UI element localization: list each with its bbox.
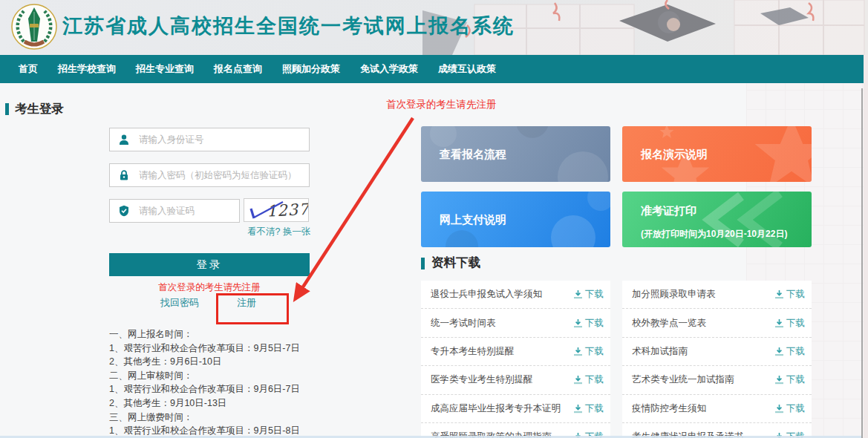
site-logo-emblem-icon: [10, 3, 58, 50]
download-icon: [573, 318, 583, 328]
downloads-section-title: 资料下载: [431, 255, 480, 271]
download-icon: [774, 318, 784, 328]
download-row: 医学类专业考生特别提醒 下载: [421, 366, 610, 394]
id-number-input[interactable]: [137, 134, 309, 146]
notice-line: 2、其他考生：9月6日-10日: [109, 355, 354, 369]
login-section-title: 考生登录: [15, 101, 64, 117]
nav-item-school-query[interactable]: 招生学校查询: [58, 62, 116, 76]
download-row: 疫情防控考生须知 下载: [622, 395, 812, 423]
downloads-left-column: 退役士兵申报免试入学须知 下载 统一考试时间表 下载 专升本考生特别提醒 下载 …: [421, 281, 610, 438]
download-row: 专升本考生特别提醒 下载: [421, 338, 610, 366]
download-icon: [573, 347, 583, 356]
nav-item-score-policy[interactable]: 成绩互认政策: [438, 62, 496, 76]
download-link[interactable]: 下载: [774, 345, 805, 358]
downloads-right-column: 加分照顾录取申请表 下载 校外教学点一览表 下载 术科加试指南 下载 艺术类专业…: [622, 281, 812, 438]
notice-line: 1、艰苦行业和校企合作改革项目：9月6日-7日: [109, 382, 354, 396]
nav-item-home[interactable]: 首页: [19, 62, 38, 76]
captcha-image[interactable]: 1237: [244, 198, 309, 222]
download-row: 统一考试时间表 下载: [421, 309, 610, 337]
scrollbar[interactable]: [861, 88, 863, 438]
panel-admission-ticket-print[interactable]: 准考证打印 (开放打印时间为10月20日-10月22日): [622, 192, 812, 247]
panel-registration-demo[interactable]: 报名演示说明: [622, 126, 812, 182]
nav-item-major-query[interactable]: 招生专业查询: [136, 62, 194, 76]
id-number-field[interactable]: [109, 128, 310, 151]
download-link[interactable]: 下载: [774, 402, 805, 415]
download-row: 术科加试指南 下载: [622, 338, 812, 366]
panel-label: 准考证打印: [641, 204, 696, 218]
download-icon: [573, 290, 583, 299]
forgot-password-link[interactable]: 找回密码: [160, 296, 199, 310]
download-icon: [774, 347, 784, 356]
download-row: 校外教学点一览表 下载: [622, 309, 812, 337]
panel-view-registration-process[interactable]: 查看报名流程: [421, 126, 610, 182]
captcha-refresh-link[interactable]: 看不清? 换一张: [247, 226, 310, 238]
download-icon: [573, 375, 583, 385]
download-link[interactable]: 下载: [573, 402, 604, 415]
nav-item-bonus-policy[interactable]: 照顾加分政策: [282, 62, 340, 76]
password-field[interactable]: [109, 163, 310, 187]
section-bar: [421, 258, 425, 269]
header: 江苏省成人高校招生全国统一考试网上报名系统: [0, 0, 868, 55]
page: 江苏省成人高校招生全国统一考试网上报名系统 首页 招生学校查询 招生专业查询 报…: [0, 0, 868, 438]
download-link[interactable]: 下载: [774, 317, 805, 330]
download-link[interactable]: 下载: [774, 373, 805, 386]
download-link[interactable]: 下载: [774, 288, 805, 301]
first-login-annotation: 首次登录的考生请先注册: [386, 98, 497, 111]
password-input[interactable]: [137, 169, 309, 181]
shield-check-icon: [118, 205, 130, 217]
download-link[interactable]: 下载: [573, 288, 604, 301]
captcha-input[interactable]: [137, 205, 239, 217]
login-button[interactable]: 登录: [109, 253, 310, 276]
nav-item-exemption-policy[interactable]: 免试入学政策: [360, 62, 418, 76]
notice-line: 1、艰苦行业和校企合作改革项目：9月5日-7日: [109, 341, 354, 356]
download-icon: [774, 290, 784, 299]
download-row: 艺术类专业统一加试指南 下载: [622, 366, 812, 394]
notice-line: 一、网上报名时间：: [109, 327, 354, 341]
download-row: 退役士兵申报免试入学须知 下载: [421, 281, 610, 309]
lock-icon: [118, 169, 130, 181]
svg-text:1237: 1237: [266, 200, 308, 220]
download-link[interactable]: 下载: [573, 373, 604, 386]
notice-line: 2、其他考生：9月10日-13日: [109, 396, 354, 411]
section-bar: [5, 103, 9, 115]
site-title: 江苏省成人高校招生全国统一考试网上报名系统: [62, 13, 515, 39]
nav-item-reg-point-query[interactable]: 报名点查询: [214, 62, 262, 76]
download-row: 成高应届毕业生报考专升本证明 下载: [421, 395, 610, 423]
main-nav: 首页 招生学校查询 招生专业查询 报名点查询 照顾加分政策 免试入学政策 成绩互…: [0, 55, 864, 83]
panel-label: 报名演示说明: [641, 147, 708, 161]
captcha-field[interactable]: [109, 199, 240, 223]
panel-label: 查看报名流程: [440, 147, 506, 161]
download-link[interactable]: 下载: [573, 317, 604, 330]
panel-online-payment-info[interactable]: 网上支付说明: [421, 192, 610, 247]
download-icon: [573, 404, 583, 414]
download-link[interactable]: 下载: [573, 345, 604, 358]
register-highlight-box: [216, 293, 289, 324]
register-hint-text: 首次登录的考生请先注册: [109, 281, 310, 294]
notice-list: 一、网上报名时间： 1、艰苦行业和校企合作改革项目：9月5日-7日 2、其他考生…: [109, 327, 354, 438]
notice-line: 三、网上缴费时间：: [109, 411, 354, 425]
notice-line: 二、网上审核时间：: [109, 369, 354, 383]
page-right-margin: [864, 55, 868, 438]
panel-sublabel: (开放打印时间为10月20日-10月22日): [641, 228, 787, 241]
panel-label: 网上支付说明: [440, 212, 506, 226]
download-icon: [774, 404, 784, 414]
download-icon: [774, 375, 784, 385]
download-row: 加分照顾录取申请表 下载: [622, 281, 812, 309]
user-icon: [118, 134, 130, 146]
